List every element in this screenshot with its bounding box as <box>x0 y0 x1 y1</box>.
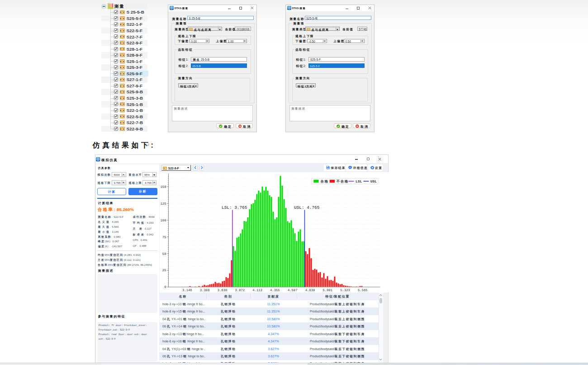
svg-text:3.630: 3.630 <box>217 288 227 292</box>
svg-text:3.872: 3.872 <box>235 288 245 292</box>
svg-text:USL: 4.765: USL: 4.765 <box>294 205 320 210</box>
svg-text:4.113: 4.113 <box>252 288 262 292</box>
svg-text:5.081: 5.081 <box>322 288 332 292</box>
svg-text:USL: USL <box>370 179 377 183</box>
svg-text:0: 0 <box>164 285 166 289</box>
svg-text:合格: 合格 <box>320 179 328 183</box>
svg-text:4.839: 4.839 <box>305 288 315 292</box>
svg-text:4.597: 4.597 <box>287 288 297 292</box>
svg-text:3.146: 3.146 <box>182 288 192 292</box>
svg-text:50: 50 <box>162 252 166 256</box>
svg-text:100: 100 <box>160 219 166 222</box>
svg-text:150: 150 <box>160 185 166 189</box>
svg-text:75: 75 <box>162 235 166 239</box>
svg-text:不合格: 不合格 <box>336 179 348 183</box>
svg-text:3.388: 3.388 <box>199 288 209 292</box>
svg-text:5.323: 5.323 <box>340 288 350 292</box>
svg-text:4.355: 4.355 <box>270 288 280 292</box>
svg-text:25: 25 <box>162 269 166 272</box>
svg-text:5.565: 5.565 <box>358 288 368 292</box>
svg-text:LSL: LSL <box>356 179 362 183</box>
svg-text:LSL: 3.765: LSL: 3.765 <box>222 205 247 210</box>
svg-text:125: 125 <box>160 202 166 206</box>
